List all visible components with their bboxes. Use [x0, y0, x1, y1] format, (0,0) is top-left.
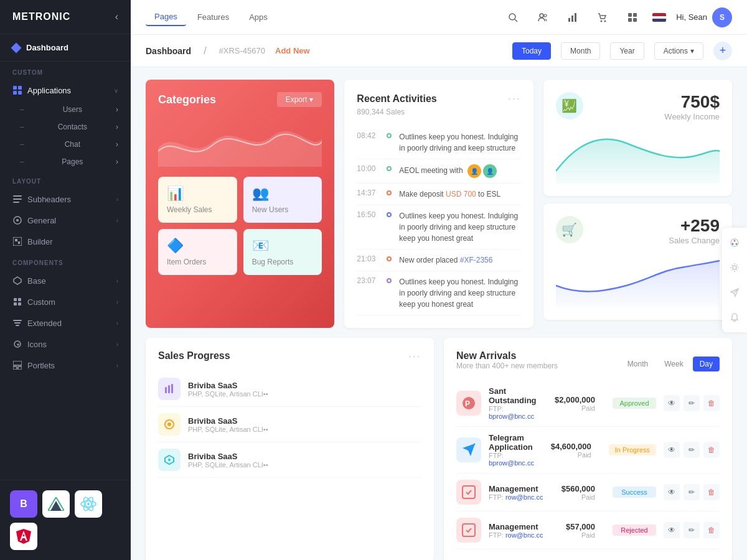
- activities-menu[interactable]: ···: [508, 92, 521, 105]
- svg-rect-6: [13, 202, 19, 203]
- chevron-down-icon: ▾: [690, 47, 694, 55]
- deposit-highlight: USD 700: [446, 190, 476, 198]
- view-button[interactable]: 👁: [664, 442, 680, 458]
- year-button[interactable]: Year: [610, 42, 644, 60]
- base-icon: [12, 276, 22, 286]
- vue-icon[interactable]: [42, 490, 70, 518]
- bootstrap-icon[interactable]: B: [10, 490, 37, 518]
- add-new-button[interactable]: Add New: [275, 46, 310, 55]
- weekly-sales-label: Weekly Sales: [167, 205, 228, 214]
- arrival-icon: [456, 437, 481, 462]
- mini-card-item-orders[interactable]: 🔷 Item Orders: [158, 229, 237, 275]
- status-badge: Success: [613, 487, 656, 498]
- arrival-row: Management FTP: row@bnc.cc $57,000 Paid …: [456, 511, 720, 549]
- activity-item: 08:42 Outlines keep you honest. Indulgin…: [357, 126, 520, 159]
- top-navigation: Pages Features Apps Hi, Sean: [131, 0, 747, 35]
- arrival-ftp: FTP: bprow@bnc.cc: [489, 405, 547, 420]
- tab-week[interactable]: Week: [657, 357, 690, 371]
- activity-item: 16:50 Outlines keep you honest. Indulgin…: [357, 205, 520, 250]
- nav-link-apps[interactable]: Apps: [240, 9, 276, 26]
- top-grid: Categories Export ▾ 📊 Weekly Sales: [146, 80, 732, 328]
- search-icon[interactable]: [503, 7, 523, 27]
- arrival-amount: $2,000,000: [555, 395, 595, 404]
- angular-icon[interactable]: [10, 523, 37, 550]
- custom-icon: [12, 297, 22, 307]
- sidebar-item-icons[interactable]: ★ Icons ›: [0, 334, 131, 355]
- sidebar-item-extended[interactable]: Extended ›: [0, 312, 131, 334]
- sidebar-item-general[interactable]: General ›: [0, 210, 131, 231]
- sidebar-item-base[interactable]: Base ›: [0, 270, 131, 291]
- svg-rect-16: [18, 302, 21, 306]
- progress-icon: [158, 449, 181, 471]
- view-button[interactable]: 👁: [664, 395, 680, 411]
- arrival-amount: $57,000: [566, 522, 595, 531]
- income-icon: 💹: [556, 92, 583, 119]
- bug-reports-label: Bug Reports: [252, 258, 314, 266]
- svg-point-51: [167, 422, 171, 426]
- nav-link-pages[interactable]: Pages: [146, 8, 186, 26]
- palette-icon[interactable]: [726, 234, 743, 251]
- chevron-down-icon: ∨: [114, 87, 118, 94]
- user-menu[interactable]: Hi, Sean S: [676, 7, 732, 27]
- view-button[interactable]: 👁: [664, 484, 680, 500]
- sales-chart: [556, 251, 720, 307]
- tab-day[interactable]: Day: [693, 357, 720, 371]
- edit-button[interactable]: ✏: [684, 484, 700, 500]
- activity-dot: [387, 278, 392, 283]
- edit-button[interactable]: ✏: [684, 395, 700, 411]
- add-button[interactable]: +: [713, 42, 732, 60]
- month-button[interactable]: Month: [561, 42, 600, 60]
- right-charts-column: 💹 750$ Weekly Income: [543, 80, 732, 328]
- sidebar-item-portlets[interactable]: Portlets ›: [0, 355, 131, 376]
- svg-marker-12: [14, 277, 21, 284]
- recent-activities-card: Recent Activities ··· 890,344 Sales 08:4…: [344, 80, 533, 328]
- react-icon[interactable]: [75, 490, 102, 518]
- sidebar-item-applications[interactable]: Applications ∨: [0, 80, 131, 101]
- sales-progress-menu[interactable]: ···: [408, 351, 421, 361]
- settings-icon[interactable]: [726, 259, 743, 276]
- nav-link-features[interactable]: Features: [189, 9, 238, 26]
- svg-rect-45: [628, 18, 632, 22]
- cart-icon[interactable]: [593, 7, 613, 27]
- delete-button[interactable]: 🗑: [703, 522, 720, 538]
- breadcrumb-separator: /: [204, 45, 206, 57]
- export-button[interactable]: Export ▾: [277, 92, 322, 107]
- sidebar-collapse-button[interactable]: ‹: [115, 11, 118, 22]
- edit-button[interactable]: ✏: [684, 442, 700, 458]
- actions-button[interactable]: Actions ▾: [654, 42, 703, 60]
- edit-button[interactable]: ✏: [684, 522, 700, 538]
- builder-label: Builder: [27, 237, 52, 246]
- sidebar-subitem-chat[interactable]: Chat ›: [0, 136, 131, 153]
- sidebar-item-builder[interactable]: Builder: [0, 231, 131, 252]
- mini-card-new-users[interactable]: 👥 New Users: [243, 177, 322, 223]
- sidebar-item-subheaders[interactable]: Subheaders ›: [0, 189, 131, 210]
- icons-label: Icons: [27, 340, 47, 349]
- send-icon[interactable]: [726, 284, 743, 301]
- tab-month[interactable]: Month: [621, 357, 655, 371]
- delete-button[interactable]: 🗑: [703, 484, 720, 500]
- delete-button[interactable]: 🗑: [703, 395, 720, 411]
- mini-card-bug-reports[interactable]: 📧 Bug Reports: [243, 229, 322, 275]
- mini-card-weekly-sales[interactable]: 📊 Weekly Sales: [158, 177, 237, 223]
- today-button[interactable]: Today: [512, 42, 551, 60]
- svg-point-59: [734, 240, 736, 242]
- sidebar-subitem-contacts[interactable]: Contacts ›: [0, 118, 131, 136]
- notification-icon[interactable]: [726, 309, 743, 326]
- arrival-icon: [456, 518, 481, 543]
- svg-rect-40: [575, 13, 576, 22]
- sidebar-subitem-users[interactable]: Users ›: [0, 101, 131, 118]
- flag-icon[interactable]: [652, 13, 666, 22]
- chart-icon[interactable]: [563, 7, 583, 27]
- sidebar-dashboard-item[interactable]: Dashboard: [0, 34, 131, 62]
- new-users-label: New Users: [252, 205, 314, 214]
- bar-chart-icon: 📊: [167, 185, 228, 202]
- arrival-actions: 👁 ✏ 🗑: [664, 395, 720, 411]
- arrival-ftp: FTP: row@bnc.cc: [489, 493, 554, 501]
- delete-button[interactable]: 🗑: [703, 442, 720, 458]
- applications-label: Applications: [27, 86, 71, 95]
- sidebar-item-custom[interactable]: Custom ›: [0, 291, 131, 312]
- grid-icon[interactable]: [622, 7, 642, 27]
- sidebar-subitem-pages[interactable]: Pages ›: [0, 153, 131, 170]
- view-button[interactable]: 👁: [664, 522, 680, 538]
- users-icon[interactable]: [533, 7, 553, 27]
